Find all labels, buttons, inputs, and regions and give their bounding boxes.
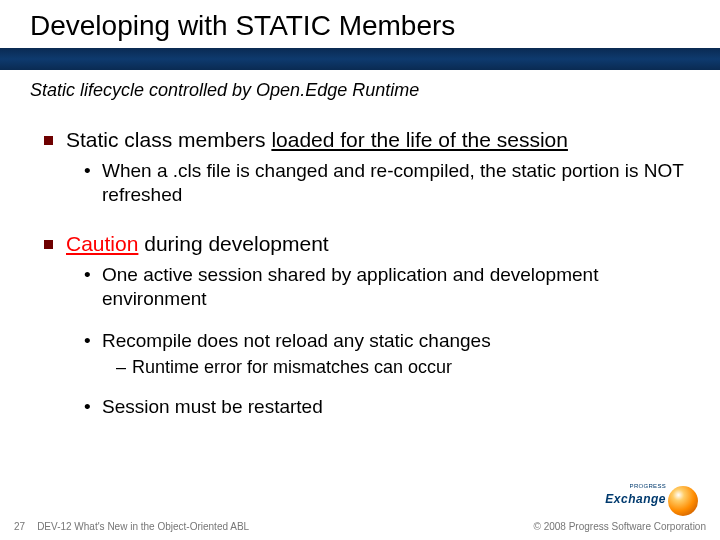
- sub-bullet-recompile-note: When a .cls file is changed and re-compi…: [84, 159, 690, 207]
- page-number: 27: [14, 521, 25, 532]
- title-bar: Developing with STATIC Members: [0, 0, 720, 48]
- bullet-caution: Caution during development: [44, 231, 690, 257]
- doc-name: DEV-12 What's New in the Object-Oriented…: [37, 521, 249, 532]
- sub-sub-bullet-runtime-error: Runtime error for mismatches can occur: [116, 356, 690, 379]
- caution-word: Caution: [66, 232, 138, 255]
- sub-bullet-no-reload: Recompile does not reload any static cha…: [84, 329, 690, 353]
- footer: 27 DEV-12 What's New in the Object-Orien…: [0, 521, 720, 532]
- sub-bullet-shared-session: One active session shared by application…: [84, 263, 690, 311]
- sub-bullet-restart: Session must be restarted: [84, 395, 690, 419]
- slide-title: Developing with STATIC Members: [30, 10, 720, 42]
- logo-ball-icon: [668, 486, 698, 516]
- header-strip: [0, 48, 720, 70]
- bullet-static-members: Static class members loaded for the life…: [44, 127, 690, 153]
- bullet-text: Static class members: [66, 128, 271, 151]
- exchange-logo: PROGRESS Exchange: [582, 486, 702, 520]
- bullet-text-underline: loaded for the life of the session: [271, 128, 568, 151]
- logo-small-text: PROGRESS: [630, 483, 666, 489]
- content-area: Static class members loaded for the life…: [0, 107, 720, 419]
- logo-text: Exchange: [605, 492, 666, 506]
- copyright: © 2008 Progress Software Corporation: [534, 521, 706, 532]
- bullet-text: during development: [138, 232, 328, 255]
- subtitle: Static lifecycle controlled by Open.Edge…: [0, 70, 720, 107]
